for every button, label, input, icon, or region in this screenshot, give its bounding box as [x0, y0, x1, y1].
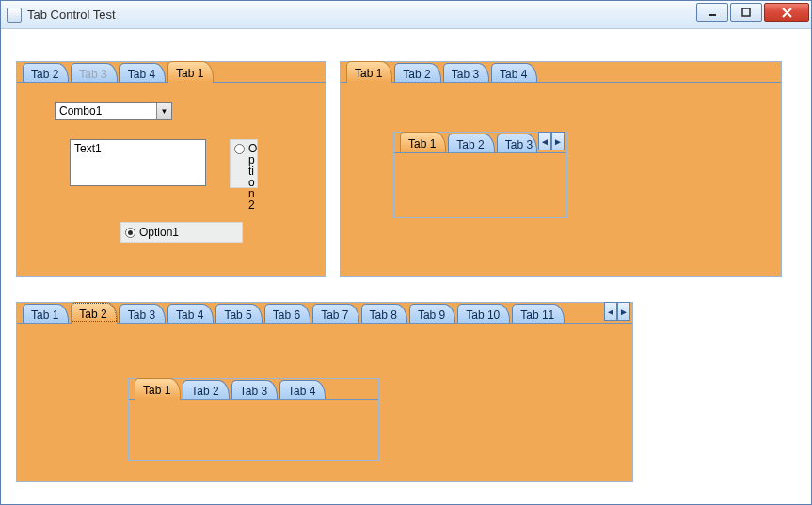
- tab-label: Tab 3: [128, 308, 155, 322]
- panel-c-tab-7[interactable]: Tab 7: [312, 304, 358, 323]
- tab-label: Tab 4: [176, 308, 203, 322]
- scroll-left-button[interactable]: ◄: [604, 302, 617, 321]
- tab-label: Tab 4: [500, 68, 527, 81]
- panel-a-tab-2[interactable]: Tab 2: [23, 63, 69, 82]
- minimize-icon: [708, 8, 717, 17]
- tab-label: Tab 2: [79, 308, 106, 321]
- chevron-left-icon: ◄: [606, 307, 615, 317]
- titlebar: Tab Control Test: [1, 1, 811, 29]
- panel-a-tabstrip: Tab 2 Tab 3 Tab 4 Tab 1: [17, 61, 326, 82]
- c-inner-tab-1[interactable]: Tab 1: [135, 378, 181, 399]
- panel-c-tab-6[interactable]: Tab 6: [264, 304, 310, 323]
- close-button[interactable]: [764, 3, 809, 22]
- tab-label: Tab 3: [452, 68, 479, 81]
- scroll-left-button[interactable]: ◄: [538, 132, 551, 150]
- inner-tab-2[interactable]: Tab 2: [448, 134, 494, 152]
- svg-rect-0: [709, 14, 716, 16]
- tab-label: Tab 11: [520, 308, 554, 322]
- panel-c-tab-1[interactable]: Tab 1: [23, 304, 69, 323]
- c-inner-tab-3[interactable]: Tab 3: [231, 380, 278, 399]
- tab-label: Tab 8: [370, 308, 397, 322]
- app-window: Tab Control Test Tab 2 Tab 3 Tab 4 Tab 1: [0, 0, 812, 505]
- panel-b-tab-1[interactable]: Tab 1: [346, 61, 392, 82]
- tab-label: Tab 7: [321, 308, 348, 322]
- c-inner-tab-2[interactable]: Tab 2: [183, 380, 229, 399]
- chevron-down-icon: ▼: [156, 103, 171, 119]
- tab-label: Tab 2: [31, 68, 58, 81]
- close-icon: [782, 8, 792, 18]
- tab-label: Tab 9: [418, 308, 445, 322]
- panel-c-inner: Tab 1 Tab 2 Tab 3 Tab 4: [128, 378, 379, 461]
- client-area: Tab 2 Tab 3 Tab 4 Tab 1 Combo1 ▼ Text1 O…: [1, 29, 811, 504]
- radio-label: Option2: [248, 143, 257, 211]
- tab-label: Tab 4: [128, 68, 155, 81]
- tab-label: Tab 6: [273, 308, 300, 322]
- radio-icon: [234, 144, 245, 154]
- maximize-icon: [741, 8, 751, 17]
- panel-c-tab-4[interactable]: Tab 4: [167, 304, 214, 323]
- window-buttons: [694, 3, 809, 22]
- panel-b-tab-2[interactable]: Tab 2: [394, 63, 440, 82]
- app-icon: [7, 8, 22, 23]
- minimize-button[interactable]: [696, 3, 728, 22]
- combo1[interactable]: Combo1 ▼: [55, 102, 172, 120]
- option2-radio[interactable]: Option2: [230, 139, 258, 188]
- panel-a-tab-1[interactable]: Tab 1: [167, 61, 214, 82]
- panel-c-tab-10[interactable]: Tab 10: [457, 304, 510, 323]
- combo-value: Combo1: [59, 104, 102, 118]
- panel-c-tabstrip: Tab 1 Tab 2 Tab 3 Tab 4 Tab 5 Tab 6 Tab …: [17, 302, 632, 323]
- panel-b-tab-4[interactable]: Tab 4: [491, 63, 537, 82]
- panel-c-tab-9[interactable]: Tab 9: [409, 304, 455, 323]
- panel-c-tab-8[interactable]: Tab 8: [361, 304, 407, 323]
- tab-label: Tab 1: [143, 384, 170, 397]
- tab-label: Tab 2: [456, 138, 484, 151]
- inner-scrollers: ◄ ►: [538, 132, 565, 150]
- panel-c-body: Tab 1 Tab 2 Tab 3 Tab 4: [17, 323, 632, 481]
- tab-label: Tab 1: [408, 137, 436, 150]
- tab-label: Tab 5: [224, 308, 251, 322]
- panel-b-inner-tabstrip: Tab 1 Tab 2 Tab 3 ◄ ►: [394, 132, 566, 152]
- tab-label: Tab 10: [466, 308, 500, 322]
- inner-tab-3[interactable]: Tab 3: [497, 134, 537, 152]
- textbox-value: Text1: [74, 142, 102, 155]
- maximize-button[interactable]: [730, 3, 762, 22]
- panel-a-tab-3[interactable]: Tab 3: [71, 63, 117, 82]
- panel-b-tabstrip: Tab 1 Tab 2 Tab 3 Tab 4: [341, 61, 781, 82]
- c-inner-tab-4[interactable]: Tab 4: [279, 380, 326, 399]
- tab-label: Tab 3: [505, 138, 533, 151]
- panel-b-body: Tab 1 Tab 2 Tab 3 ◄ ►: [341, 82, 781, 276]
- tab-label: Tab 3: [240, 385, 267, 398]
- panel-c-inner-tabstrip: Tab 1 Tab 2 Tab 3 Tab 4: [129, 378, 378, 399]
- tab-label: Tab 2: [403, 68, 430, 81]
- panel-c: Tab 1 Tab 2 Tab 3 Tab 4 Tab 5 Tab 6 Tab …: [16, 302, 633, 482]
- panel-a-tab-4[interactable]: Tab 4: [119, 63, 166, 82]
- panel-c-tab-5[interactable]: Tab 5: [215, 304, 262, 323]
- panel-a-body: Combo1 ▼ Text1 Option2 Option1: [17, 82, 326, 276]
- tab-label: Tab 1: [176, 67, 203, 80]
- panel-b-inner: Tab 1 Tab 2 Tab 3 ◄ ►: [393, 132, 567, 218]
- tab-label: Tab 3: [79, 68, 106, 81]
- scroll-right-button[interactable]: ►: [551, 132, 565, 150]
- radio-icon: [125, 228, 135, 238]
- panel-c-scrollers: ◄ ►: [604, 302, 630, 321]
- tab-label: Tab 1: [31, 308, 58, 322]
- panel-b: Tab 1 Tab 2 Tab 3 Tab 4 Tab 1 Tab 2 Tab …: [340, 61, 782, 277]
- panel-b-tab-3[interactable]: Tab 3: [443, 63, 489, 82]
- scroll-right-button[interactable]: ►: [617, 302, 630, 321]
- tab-label: Tab 1: [355, 67, 382, 80]
- chevron-right-icon: ►: [553, 136, 563, 147]
- panel-c-tab-3[interactable]: Tab 3: [119, 304, 166, 323]
- panel-c-inner-body: [129, 399, 378, 460]
- tab-label: Tab 4: [288, 385, 315, 398]
- text1-input[interactable]: Text1: [70, 139, 206, 186]
- inner-tab-1[interactable]: Tab 1: [400, 132, 446, 152]
- panel-c-tab-11[interactable]: Tab 11: [512, 304, 565, 323]
- option1-radio[interactable]: Option1: [120, 222, 243, 243]
- panel-c-tab-2[interactable]: Tab 2: [71, 302, 117, 323]
- chevron-right-icon: ►: [619, 307, 629, 317]
- chevron-left-icon: ◄: [540, 136, 549, 147]
- window-title: Tab Control Test: [27, 8, 116, 22]
- tab-label: Tab 2: [191, 385, 218, 398]
- panel-b-inner-body: [394, 152, 566, 217]
- panel-a: Tab 2 Tab 3 Tab 4 Tab 1 Combo1 ▼ Text1 O…: [16, 61, 326, 277]
